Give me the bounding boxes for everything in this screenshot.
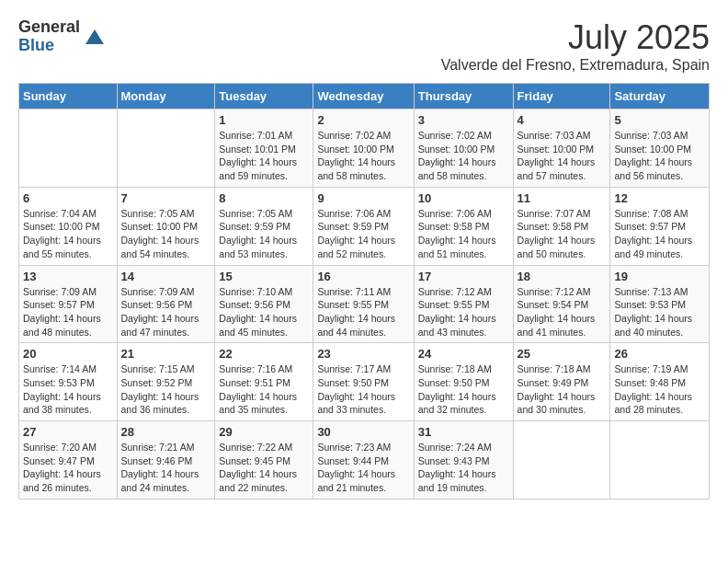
calendar-cell: 7Sunrise: 7:05 AM Sunset: 10:00 PM Dayli… (117, 187, 215, 265)
calendar-cell: 1Sunrise: 7:01 AM Sunset: 10:01 PM Dayli… (215, 109, 313, 188)
calendar-cell (19, 109, 118, 188)
calendar-table: SundayMondayTuesdayWednesdayThursdayFrid… (18, 83, 710, 500)
logo-general-text: General (18, 18, 80, 37)
day-detail: Sunrise: 7:03 AM Sunset: 10:00 PM Daylig… (518, 129, 607, 183)
day-number: 30 (317, 425, 409, 439)
day-number: 31 (418, 425, 509, 439)
day-detail: Sunrise: 7:02 AM Sunset: 10:00 PM Daylig… (317, 129, 409, 183)
day-number: 28 (121, 425, 211, 439)
day-detail: Sunrise: 7:09 AM Sunset: 9:57 PM Dayligh… (23, 285, 113, 339)
day-detail: Sunrise: 7:07 AM Sunset: 9:58 PM Dayligh… (518, 207, 607, 261)
day-detail: Sunrise: 7:14 AM Sunset: 9:53 PM Dayligh… (23, 362, 113, 417)
day-detail: Sunrise: 7:17 AM Sunset: 9:50 PM Dayligh… (317, 362, 409, 417)
day-number: 20 (23, 347, 113, 361)
calendar-cell: 11Sunrise: 7:07 AM Sunset: 9:58 PM Dayli… (513, 187, 610, 265)
day-detail: Sunrise: 7:20 AM Sunset: 9:47 PM Dayligh… (23, 441, 113, 495)
day-detail: Sunrise: 7:05 AM Sunset: 9:59 PM Dayligh… (219, 207, 309, 261)
day-number: 25 (518, 347, 607, 361)
day-number: 6 (23, 191, 113, 205)
day-detail: Sunrise: 7:06 AM Sunset: 9:58 PM Dayligh… (418, 207, 509, 261)
day-detail: Sunrise: 7:06 AM Sunset: 9:59 PM Dayligh… (317, 207, 409, 261)
logo: General Blue (18, 18, 104, 55)
day-detail: Sunrise: 7:10 AM Sunset: 9:56 PM Dayligh… (219, 285, 309, 339)
day-number: 5 (614, 113, 705, 127)
calendar-cell: 18Sunrise: 7:12 AM Sunset: 9:54 PM Dayli… (513, 265, 610, 343)
day-number: 8 (219, 191, 309, 205)
calendar-week-1: 1Sunrise: 7:01 AM Sunset: 10:01 PM Dayli… (19, 109, 710, 188)
day-number: 22 (219, 347, 309, 361)
calendar-cell: 9Sunrise: 7:06 AM Sunset: 9:59 PM Daylig… (313, 187, 414, 265)
day-detail: Sunrise: 7:11 AM Sunset: 9:55 PM Dayligh… (317, 285, 409, 339)
logo-icon (82, 26, 104, 48)
day-number: 13 (23, 270, 113, 283)
calendar-header-row: SundayMondayTuesdayWednesdayThursdayFrid… (19, 84, 710, 109)
day-detail: Sunrise: 7:13 AM Sunset: 9:53 PM Dayligh… (614, 285, 705, 339)
day-detail: Sunrise: 7:04 AM Sunset: 10:00 PM Daylig… (23, 207, 113, 261)
day-detail: Sunrise: 7:16 AM Sunset: 9:51 PM Dayligh… (219, 362, 309, 417)
calendar-cell: 24Sunrise: 7:18 AM Sunset: 9:50 PM Dayli… (414, 343, 513, 421)
month-title: July 2025 (441, 18, 710, 57)
calendar-cell: 26Sunrise: 7:19 AM Sunset: 9:48 PM Dayli… (610, 343, 710, 421)
svg-marker-0 (85, 29, 104, 44)
day-detail: Sunrise: 7:12 AM Sunset: 9:54 PM Dayligh… (518, 285, 607, 339)
day-detail: Sunrise: 7:12 AM Sunset: 9:55 PM Dayligh… (418, 285, 509, 339)
calendar-cell: 8Sunrise: 7:05 AM Sunset: 9:59 PM Daylig… (215, 187, 313, 265)
calendar-cell: 2Sunrise: 7:02 AM Sunset: 10:00 PM Dayli… (313, 109, 414, 188)
day-number: 3 (418, 113, 509, 127)
col-header-sunday: Sunday (19, 84, 118, 109)
day-number: 12 (614, 191, 705, 205)
day-number: 15 (219, 270, 309, 283)
col-header-saturday: Saturday (610, 84, 710, 109)
calendar-cell: 27Sunrise: 7:20 AM Sunset: 9:47 PM Dayli… (19, 421, 118, 500)
day-detail: Sunrise: 7:24 AM Sunset: 9:43 PM Dayligh… (418, 441, 509, 495)
day-detail: Sunrise: 7:19 AM Sunset: 9:48 PM Dayligh… (614, 362, 705, 417)
calendar-cell (610, 421, 710, 500)
day-detail: Sunrise: 7:08 AM Sunset: 9:57 PM Dayligh… (614, 207, 705, 261)
calendar-cell: 16Sunrise: 7:11 AM Sunset: 9:55 PM Dayli… (313, 265, 414, 343)
day-detail: Sunrise: 7:22 AM Sunset: 9:45 PM Dayligh… (219, 441, 309, 495)
day-number: 7 (121, 191, 211, 205)
day-detail: Sunrise: 7:03 AM Sunset: 10:00 PM Daylig… (614, 129, 705, 183)
calendar-cell: 19Sunrise: 7:13 AM Sunset: 9:53 PM Dayli… (610, 265, 710, 343)
col-header-wednesday: Wednesday (313, 84, 414, 109)
day-number: 24 (418, 347, 509, 361)
calendar-week-3: 13Sunrise: 7:09 AM Sunset: 9:57 PM Dayli… (19, 265, 710, 343)
day-detail: Sunrise: 7:01 AM Sunset: 10:01 PM Daylig… (219, 129, 309, 183)
calendar-cell: 3Sunrise: 7:02 AM Sunset: 10:00 PM Dayli… (414, 109, 513, 188)
day-number: 27 (23, 425, 113, 439)
day-number: 26 (614, 347, 705, 361)
day-detail: Sunrise: 7:02 AM Sunset: 10:00 PM Daylig… (418, 129, 509, 183)
calendar-cell: 10Sunrise: 7:06 AM Sunset: 9:58 PM Dayli… (414, 187, 513, 265)
day-number: 9 (317, 191, 409, 205)
day-detail: Sunrise: 7:15 AM Sunset: 9:52 PM Dayligh… (121, 362, 211, 417)
day-number: 2 (317, 113, 409, 127)
calendar-cell: 15Sunrise: 7:10 AM Sunset: 9:56 PM Dayli… (215, 265, 313, 343)
calendar-cell (513, 421, 610, 500)
calendar-cell: 28Sunrise: 7:21 AM Sunset: 9:46 PM Dayli… (117, 421, 215, 500)
day-number: 17 (418, 270, 509, 283)
calendar-cell: 5Sunrise: 7:03 AM Sunset: 10:00 PM Dayli… (610, 109, 710, 188)
location-title: Valverde del Fresno, Extremadura, Spain (441, 57, 710, 74)
calendar-cell: 14Sunrise: 7:09 AM Sunset: 9:56 PM Dayli… (117, 265, 215, 343)
day-detail: Sunrise: 7:18 AM Sunset: 9:49 PM Dayligh… (518, 362, 607, 417)
col-header-friday: Friday (513, 84, 610, 109)
title-block: July 2025 Valverde del Fresno, Extremadu… (441, 18, 710, 74)
day-number: 1 (219, 113, 309, 127)
calendar-cell: 17Sunrise: 7:12 AM Sunset: 9:55 PM Dayli… (414, 265, 513, 343)
calendar-week-2: 6Sunrise: 7:04 AM Sunset: 10:00 PM Dayli… (19, 187, 710, 265)
calendar-cell: 30Sunrise: 7:23 AM Sunset: 9:44 PM Dayli… (313, 421, 414, 500)
col-header-tuesday: Tuesday (215, 84, 313, 109)
calendar-cell: 12Sunrise: 7:08 AM Sunset: 9:57 PM Dayli… (610, 187, 710, 265)
day-number: 23 (317, 347, 409, 361)
logo-blue-text: Blue (18, 37, 80, 55)
calendar-week-5: 27Sunrise: 7:20 AM Sunset: 9:47 PM Dayli… (19, 421, 710, 500)
calendar-cell: 21Sunrise: 7:15 AM Sunset: 9:52 PM Dayli… (117, 343, 215, 421)
day-detail: Sunrise: 7:23 AM Sunset: 9:44 PM Dayligh… (317, 441, 409, 495)
calendar-cell: 20Sunrise: 7:14 AM Sunset: 9:53 PM Dayli… (19, 343, 118, 421)
day-detail: Sunrise: 7:18 AM Sunset: 9:50 PM Dayligh… (418, 362, 509, 417)
calendar-cell: 25Sunrise: 7:18 AM Sunset: 9:49 PM Dayli… (513, 343, 610, 421)
day-number: 19 (614, 270, 705, 283)
calendar-cell: 31Sunrise: 7:24 AM Sunset: 9:43 PM Dayli… (414, 421, 513, 500)
day-number: 11 (518, 191, 607, 205)
col-header-monday: Monday (117, 84, 215, 109)
